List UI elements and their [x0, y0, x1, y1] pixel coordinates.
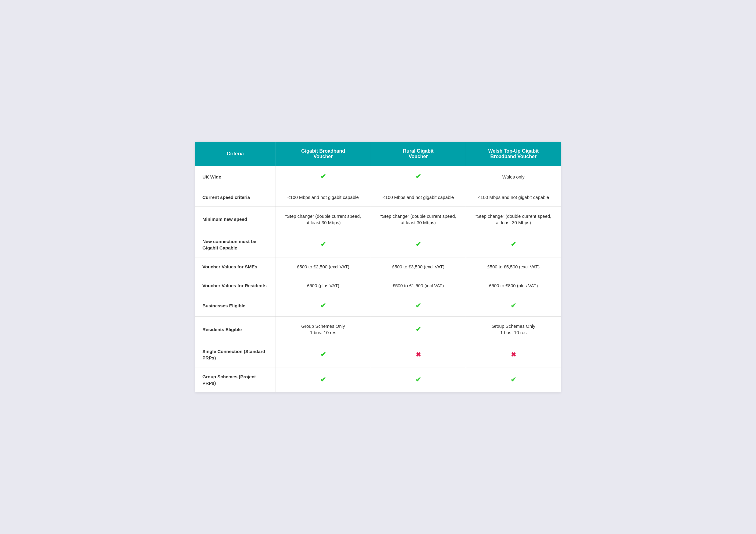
- row-criteria-gigabit-capable: New connection must be Gigabit Capable: [195, 232, 276, 257]
- cross-icon: ✖: [416, 351, 421, 358]
- col1-current-speed: <100 Mbps and not gigabit capable: [276, 188, 371, 207]
- col2-gigabit-capable: ✔: [371, 232, 466, 257]
- col2-single-connection: ✖: [371, 342, 466, 368]
- col2-min-speed: “Step change” (double current speed, at …: [371, 207, 466, 232]
- row-criteria-residents-eligible: Residents Eligible: [195, 317, 276, 342]
- check-icon: ✔: [416, 173, 421, 180]
- col2-current-speed: <100 Mbps and not gigabit capable: [371, 188, 466, 207]
- col3-voucher-sme: £500 to £5,500 (excl VAT): [466, 257, 561, 276]
- check-icon: ✔: [511, 240, 516, 248]
- check-icon: ✔: [416, 240, 421, 248]
- table-row: Businesses Eligible✔✔✔: [195, 295, 561, 317]
- col2-group-schemes: ✔: [371, 368, 466, 393]
- cross-icon: ✖: [511, 351, 516, 358]
- table-row: UK Wide✔✔Wales only: [195, 166, 561, 188]
- col3-group-schemes: ✔: [466, 368, 561, 393]
- check-icon: ✔: [511, 302, 516, 310]
- row-criteria-uk-wide: UK Wide: [195, 166, 276, 188]
- col1-gigabit-capable: ✔: [276, 232, 371, 257]
- table-row: Residents EligibleGroup Schemes Only1 bu…: [195, 317, 561, 342]
- col3-uk-wide: Wales only: [466, 166, 561, 188]
- table-row: Minimum new speed“Step change” (double c…: [195, 207, 561, 232]
- comparison-table-wrapper: Criteria Gigabit BroadbandVoucher Rural …: [195, 142, 561, 393]
- col2-uk-wide: ✔: [371, 166, 466, 188]
- col1-residents-eligible: Group Schemes Only1 bus: 10 res: [276, 317, 371, 342]
- col3-businesses-eligible: ✔: [466, 295, 561, 317]
- header-welsh-topup: Welsh Top-Up GigabitBroadband Voucher: [466, 142, 561, 166]
- col3-current-speed: <100 Mbps and not gigabit capable: [466, 188, 561, 207]
- col1-uk-wide: ✔: [276, 166, 371, 188]
- row-criteria-businesses-eligible: Businesses Eligible: [195, 295, 276, 317]
- row-criteria-group-schemes: Group Schemes (Project PRPs): [195, 368, 276, 393]
- check-icon: ✔: [416, 302, 421, 310]
- row-criteria-voucher-sme: Voucher Values for SMEs: [195, 257, 276, 276]
- col1-single-connection: ✔: [276, 342, 371, 368]
- row-criteria-min-speed: Minimum new speed: [195, 207, 276, 232]
- check-icon: ✔: [416, 376, 421, 384]
- table-row: Voucher Values for SMEs£500 to £2,500 (e…: [195, 257, 561, 276]
- col2-voucher-residents: £500 to £1,500 (incl VAT): [371, 276, 466, 295]
- header-rural-gigabit: Rural GigabitVoucher: [371, 142, 466, 166]
- table-row: Group Schemes (Project PRPs)✔✔✔: [195, 368, 561, 393]
- check-icon: ✔: [511, 376, 516, 384]
- col3-voucher-residents: £500 to £800 (plus VAT): [466, 276, 561, 295]
- col1-businesses-eligible: ✔: [276, 295, 371, 317]
- check-icon: ✔: [320, 376, 326, 384]
- col2-voucher-sme: £500 to £3,500 (excl VAT): [371, 257, 466, 276]
- header-criteria: Criteria: [195, 142, 276, 166]
- comparison-table: Criteria Gigabit BroadbandVoucher Rural …: [195, 142, 561, 393]
- col1-voucher-sme: £500 to £2,500 (excl VAT): [276, 257, 371, 276]
- col3-min-speed: “Step change” (double current speed, at …: [466, 207, 561, 232]
- col1-group-schemes: ✔: [276, 368, 371, 393]
- col1-min-speed: “Step change” (double current speed, at …: [276, 207, 371, 232]
- col2-residents-eligible: ✔: [371, 317, 466, 342]
- table-row: Voucher Values for Residents£500 (plus V…: [195, 276, 561, 295]
- col1-voucher-residents: £500 (plus VAT): [276, 276, 371, 295]
- col3-residents-eligible: Group Schemes Only1 bus: 10 res: [466, 317, 561, 342]
- col3-single-connection: ✖: [466, 342, 561, 368]
- row-criteria-voucher-residents: Voucher Values for Residents: [195, 276, 276, 295]
- col2-businesses-eligible: ✔: [371, 295, 466, 317]
- row-criteria-single-connection: Single Connection (Standard PRPs): [195, 342, 276, 368]
- table-row: New connection must be Gigabit Capable✔✔…: [195, 232, 561, 257]
- check-icon: ✔: [320, 173, 326, 180]
- check-icon: ✔: [320, 302, 326, 310]
- check-icon: ✔: [320, 351, 326, 358]
- header-gigabit-broadband: Gigabit BroadbandVoucher: [276, 142, 371, 166]
- table-row: Current speed criteria<100 Mbps and not …: [195, 188, 561, 207]
- table-row: Single Connection (Standard PRPs)✔✖✖: [195, 342, 561, 368]
- check-icon: ✔: [416, 325, 421, 333]
- row-criteria-current-speed: Current speed criteria: [195, 188, 276, 207]
- col3-gigabit-capable: ✔: [466, 232, 561, 257]
- check-icon: ✔: [320, 240, 326, 248]
- table-header-row: Criteria Gigabit BroadbandVoucher Rural …: [195, 142, 561, 166]
